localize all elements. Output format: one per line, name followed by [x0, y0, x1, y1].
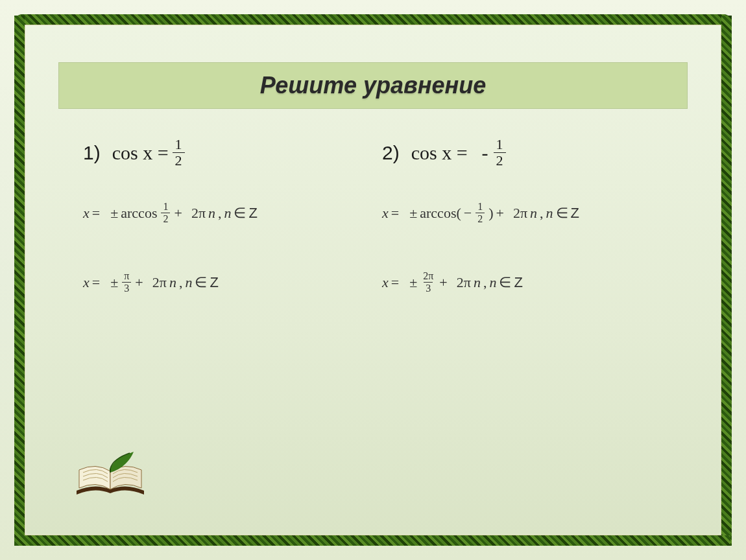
problem-2-step-2: x = ± 2π 3 + 2πn, n ∈ Z — [382, 271, 681, 294]
slide-frame: Решите уравнение 1) cos x = 1 2 — [14, 14, 732, 546]
slide-title: Решите уравнение — [260, 72, 486, 99]
problems-row: 1) cos x = 1 2 x = ± arccos — [83, 137, 681, 340]
column-1: 1) cos x = 1 2 x = ± arccos — [83, 137, 382, 340]
slide-inner: Решите уравнение 1) cos x = 1 2 — [26, 26, 720, 534]
problem-2-number: 2) — [382, 142, 400, 164]
border-right — [721, 16, 732, 544]
column-2: 2) cos x = - 1 2 x = ± — [382, 137, 681, 340]
problem-1-lhs: cos x = — [112, 142, 169, 164]
frac-denominator: 2 — [173, 152, 185, 168]
border-bottom — [16, 535, 730, 546]
problem-2-minus: - — [482, 142, 488, 164]
book-icon — [71, 449, 149, 504]
border-top — [16, 14, 730, 25]
problem-1-step-1: x = ± arccos 1 2 + 2πn, n ∈ — [83, 202, 382, 224]
problem-1-fraction: 1 2 — [173, 137, 185, 168]
frac-numerator: 1 — [173, 137, 185, 152]
problem-1-number: 1) — [83, 142, 101, 164]
problem-2-step-1: x = ± arccos( − 1 2 ) + 2πn, — [382, 202, 681, 224]
problem-2-fraction: 1 2 — [494, 137, 506, 168]
problem-1-step-2: x = ± π 3 + 2πn, n ∈ Z — [83, 271, 382, 294]
problem-1: 1) cos x = 1 2 — [83, 137, 382, 168]
title-bar: Решите уравнение — [58, 62, 688, 109]
content-area: 1) cos x = 1 2 x = ± arccos — [83, 137, 681, 340]
problem-2: 2) cos x = - 1 2 — [382, 137, 681, 168]
problem-2-lhs: cos x = — [411, 142, 468, 164]
border-left — [14, 16, 25, 544]
